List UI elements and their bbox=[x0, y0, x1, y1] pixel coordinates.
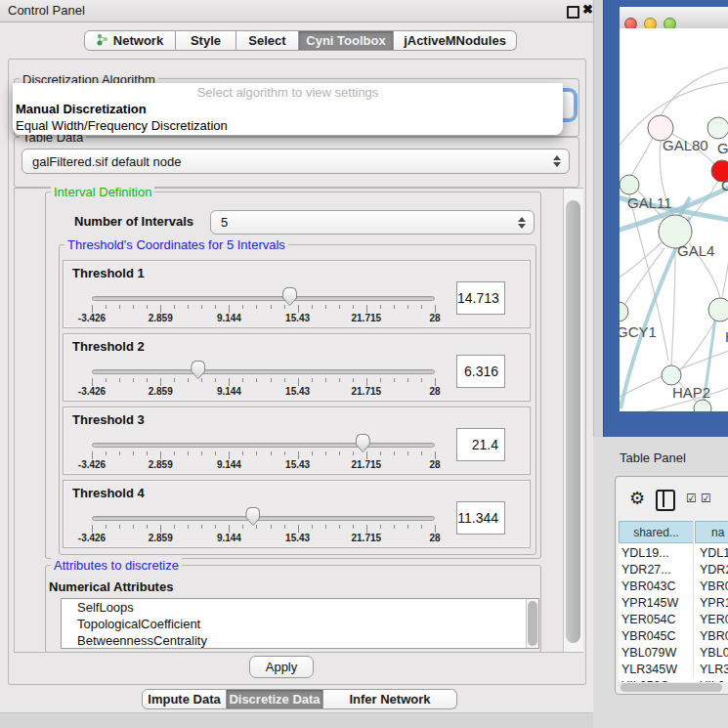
network-node-h[interactable] bbox=[708, 298, 728, 321]
attribute-list-item[interactable]: TopologicalCoefficient bbox=[62, 616, 538, 632]
table-row-cell-shared[interactable]: YER054C bbox=[621, 613, 676, 626]
float-window-icon[interactable] bbox=[567, 6, 579, 19]
minor-tick bbox=[242, 525, 243, 529]
network-node-label: GAL4 bbox=[677, 242, 714, 259]
threshold-slider-track[interactable] bbox=[92, 516, 435, 521]
table-row-cell-name[interactable]: YBR0 bbox=[700, 629, 728, 643]
bottom-tab-impute-data[interactable]: Impute Data bbox=[142, 689, 227, 709]
thumb-face bbox=[192, 362, 204, 378]
minor-tick bbox=[215, 525, 216, 529]
major-tick bbox=[298, 378, 299, 386]
tab-label: Style bbox=[191, 33, 221, 48]
vertical-scrollbar-thumb[interactable] bbox=[566, 200, 580, 643]
bottom-tab-infer-network[interactable]: Infer Network bbox=[323, 689, 457, 709]
table-row-cell-shared[interactable]: YBR043C bbox=[621, 579, 676, 593]
table-row-cell-name[interactable]: YLR3 bbox=[700, 663, 728, 676]
table-row-cell-name[interactable]: YIL0 bbox=[700, 679, 725, 682]
tick-label: 9.144 bbox=[204, 386, 253, 397]
minor-tick bbox=[312, 451, 313, 455]
minor-tick bbox=[188, 305, 189, 309]
close-icon[interactable]: ✖ bbox=[582, 2, 593, 17]
threshold-slider-track[interactable] bbox=[92, 443, 435, 448]
minor-tick bbox=[421, 451, 422, 455]
minor-tick bbox=[147, 378, 148, 382]
attributes-scrollbar-thumb[interactable] bbox=[528, 601, 537, 646]
tab-cyni-toolbox[interactable]: Cyni Toolbox bbox=[299, 30, 394, 51]
threshold-value-field[interactable]: 14.713 bbox=[456, 281, 505, 315]
network-node-label: GAL11 bbox=[627, 194, 672, 211]
minor-tick bbox=[119, 305, 120, 309]
attribute-list-item[interactable]: SelfLoops bbox=[62, 599, 538, 616]
table-row-cell-name[interactable]: YER0 bbox=[700, 613, 728, 626]
tab-network[interactable]: Network bbox=[84, 30, 176, 51]
network-node-label: GAL80 bbox=[663, 137, 708, 153]
minor-tick bbox=[407, 305, 408, 309]
network-edge[interactable] bbox=[671, 248, 675, 365]
minor-tick bbox=[339, 525, 340, 529]
table-row-cell-name[interactable]: YDL1 bbox=[700, 546, 728, 560]
network-node-hap2[interactable] bbox=[662, 365, 681, 385]
threshold-title: Threshold 4 bbox=[72, 486, 145, 500]
minor-tick bbox=[312, 305, 313, 309]
number-of-intervals-value: 5 bbox=[221, 215, 228, 230]
network-node-g[interactable] bbox=[707, 117, 728, 139]
tab-select[interactable]: Select bbox=[236, 30, 299, 51]
algorithm-option[interactable]: Manual Discretization bbox=[16, 102, 147, 116]
table-row-cell-shared[interactable]: YBL079W bbox=[621, 646, 676, 660]
minor-tick bbox=[380, 525, 381, 529]
table-row-cell-shared[interactable]: YDR27... bbox=[621, 563, 671, 577]
minor-tick bbox=[256, 525, 257, 529]
minor-tick bbox=[421, 378, 422, 382]
network-node-gcy1[interactable] bbox=[620, 302, 628, 321]
table-row-cell-shared[interactable]: YPR145W bbox=[621, 596, 678, 610]
apply-button[interactable]: Apply bbox=[249, 656, 314, 678]
major-tick bbox=[160, 305, 161, 313]
tick-label: 21.715 bbox=[342, 386, 391, 397]
algorithm-option[interactable]: Equal Width/Frequency Discretization bbox=[16, 118, 228, 133]
major-tick bbox=[229, 451, 230, 459]
bottom-tab-label: Infer Network bbox=[349, 692, 430, 707]
network-edge[interactable] bbox=[661, 67, 728, 115]
table-row-cell-shared[interactable]: YLR345W bbox=[621, 663, 677, 676]
table-row-cell-shared[interactable]: YBR045C bbox=[621, 629, 676, 643]
threshold-slider-track[interactable] bbox=[92, 296, 435, 301]
network-canvas[interactable]: GAL80GCGAL11GAL4GCY1HHAP2 bbox=[620, 28, 728, 411]
combo-stepper-icon bbox=[553, 155, 561, 167]
table-row-cell-name[interactable]: YPR1 bbox=[700, 596, 728, 610]
horizontal-scrollbar-thumb[interactable] bbox=[621, 683, 722, 692]
threshold-slider-track[interactable] bbox=[92, 369, 435, 374]
threshold-slider-thumb[interactable] bbox=[191, 361, 205, 379]
interval-definition-label: Interval Definition bbox=[51, 185, 154, 199]
threshold-value-field[interactable]: 21.4 bbox=[456, 428, 505, 461]
numerical-attributes-list[interactable]: SelfLoopsTopologicalCoefficientBetweenne… bbox=[61, 598, 539, 649]
minor-tick bbox=[242, 378, 243, 382]
threshold-value-field[interactable]: 11.344 bbox=[456, 501, 505, 535]
table-row-cell-name[interactable]: YBR0 bbox=[700, 579, 728, 593]
tab-style[interactable]: Style bbox=[176, 30, 236, 51]
threshold-slider-thumb[interactable] bbox=[245, 507, 260, 526]
major-tick bbox=[298, 451, 299, 459]
major-tick bbox=[92, 525, 93, 533]
tab-jactivemnodules[interactable]: jActiveMNodules bbox=[394, 30, 517, 51]
threshold-value-field[interactable]: 6.316 bbox=[456, 355, 505, 388]
minor-tick bbox=[339, 305, 340, 309]
threshold-slider-thumb[interactable] bbox=[282, 287, 297, 306]
table-data-combobox[interactable]: galFiltered.sif default node bbox=[21, 149, 570, 174]
table-row-cell-shared[interactable]: YIL052C bbox=[621, 679, 669, 682]
minor-tick bbox=[201, 451, 202, 455]
threshold-slider-thumb[interactable] bbox=[356, 434, 370, 452]
number-of-intervals-combobox[interactable]: 5 bbox=[210, 210, 535, 235]
table-row-cell-name[interactable]: YDR2 bbox=[700, 563, 728, 577]
network-edge[interactable] bbox=[624, 248, 664, 305]
network-edge[interactable] bbox=[631, 138, 653, 176]
table-row-cell-name[interactable]: YBL0 bbox=[700, 646, 728, 660]
network-edge[interactable] bbox=[722, 258, 728, 298]
bottom-tab-label: Discretize Data bbox=[229, 692, 320, 707]
minor-tick bbox=[380, 451, 381, 455]
network-node-gal11[interactable] bbox=[620, 175, 639, 194]
attribute-list-item[interactable]: BetweennessCentrality bbox=[62, 632, 538, 649]
minor-tick bbox=[106, 525, 107, 529]
tick-label: -3.426 bbox=[67, 459, 116, 470]
table-row-cell-shared[interactable]: YDL19... bbox=[621, 546, 669, 560]
bottom-tab-discretize-data[interactable]: Discretize Data bbox=[227, 689, 323, 709]
